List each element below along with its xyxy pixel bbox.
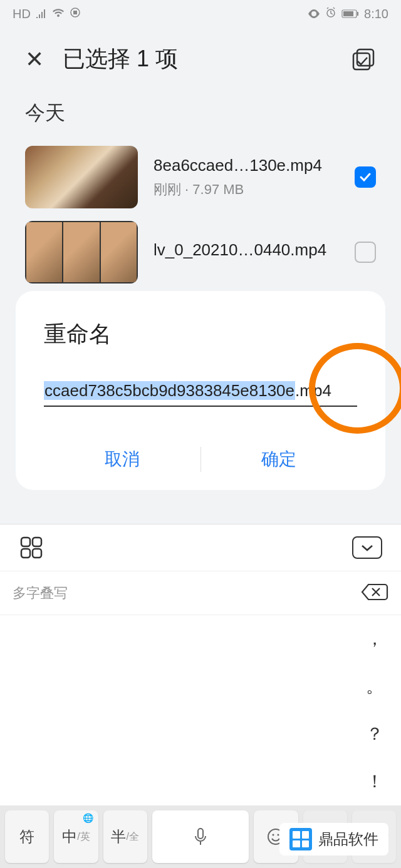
file-list: 8ea6ccaed…130e.mp4 刚刚 · 7.97 MB lv_0_202…: [0, 140, 401, 290]
keyboard-hint: 多字叠写: [13, 584, 68, 603]
svg-rect-9: [33, 538, 41, 546]
file-thumbnail: [25, 146, 138, 208]
backspace-key[interactable]: [361, 582, 388, 605]
file-checkbox[interactable]: [355, 166, 376, 188]
wifi-icon: [52, 7, 65, 21]
width-key[interactable]: 半/全: [103, 810, 147, 863]
page-title: 已选择 1 项: [63, 44, 178, 74]
file-checkbox[interactable]: [355, 242, 376, 263]
signal-icon: [36, 7, 47, 21]
keyboard-collapse-icon[interactable]: [352, 536, 382, 559]
cancel-button[interactable]: 取消: [44, 441, 200, 477]
comma-key[interactable]: ，: [348, 615, 401, 663]
svg-rect-12: [198, 829, 203, 839]
language-key[interactable]: 中🌐/英: [54, 810, 98, 863]
keyboard-grid-icon[interactable]: [19, 535, 44, 560]
question-key[interactable]: ？: [348, 710, 401, 758]
confirm-button[interactable]: 确定: [201, 441, 358, 477]
exclaim-key[interactable]: ！: [348, 758, 401, 805]
alarm-icon: [325, 7, 336, 21]
rename-dialog: 重命名 ccaed738c5bcb9d9383845e8130e.mp4 取消 …: [16, 291, 385, 490]
status-bar: HD 8:10: [0, 0, 401, 28]
section-today: 今天: [0, 90, 401, 140]
watermark: 鼎品软件: [279, 823, 388, 855]
svg-rect-11: [33, 549, 41, 558]
filename-ext: .mp4: [295, 381, 331, 400]
battery-icon: [341, 7, 359, 21]
filename-text[interactable]: ccaed738c5bcb9d9383845e8130e: [44, 381, 295, 400]
file-name: lv_0_20210…0440.mp4: [154, 240, 339, 260]
status-time: 8:10: [364, 7, 388, 21]
voice-key[interactable]: [152, 810, 249, 863]
eye-icon: [308, 7, 320, 21]
hd-icon: HD: [13, 7, 31, 21]
file-item[interactable]: 8ea6ccaed…130e.mp4 刚刚 · 7.97 MB: [25, 140, 376, 215]
svg-rect-5: [357, 12, 358, 16]
header: ✕ 已选择 1 项: [0, 28, 401, 90]
file-thumbnail: [25, 221, 138, 283]
period-key[interactable]: 。: [348, 663, 401, 710]
svg-rect-7: [353, 53, 370, 69]
handwriting-area[interactable]: ， 。 ？ ！: [0, 615, 401, 805]
file-meta: 刚刚 · 7.97 MB: [154, 180, 339, 199]
svg-rect-4: [343, 11, 353, 16]
symbol-key[interactable]: 符: [5, 810, 49, 863]
svg-rect-8: [21, 538, 30, 546]
file-name: 8ea6ccaed…130e.mp4: [154, 156, 339, 175]
watermark-icon: [289, 828, 312, 850]
svg-rect-1: [73, 11, 77, 14]
keyboard: 多字叠写 ， 。 ？ ！ 符 中🌐/英 半/全 123 换行: [0, 524, 401, 868]
close-icon[interactable]: ✕: [25, 46, 44, 73]
dialog-title: 重命名: [44, 319, 357, 350]
svg-rect-10: [21, 549, 30, 558]
rename-input-wrap[interactable]: ccaed738c5bcb9d9383845e8130e.mp4: [44, 381, 357, 407]
screenshot-icon: [70, 7, 81, 21]
file-item[interactable]: lv_0_20210…0440.mp4: [25, 215, 376, 290]
watermark-text: 鼎品软件: [318, 829, 378, 849]
select-all-button[interactable]: [351, 47, 376, 72]
svg-point-14: [273, 834, 274, 836]
